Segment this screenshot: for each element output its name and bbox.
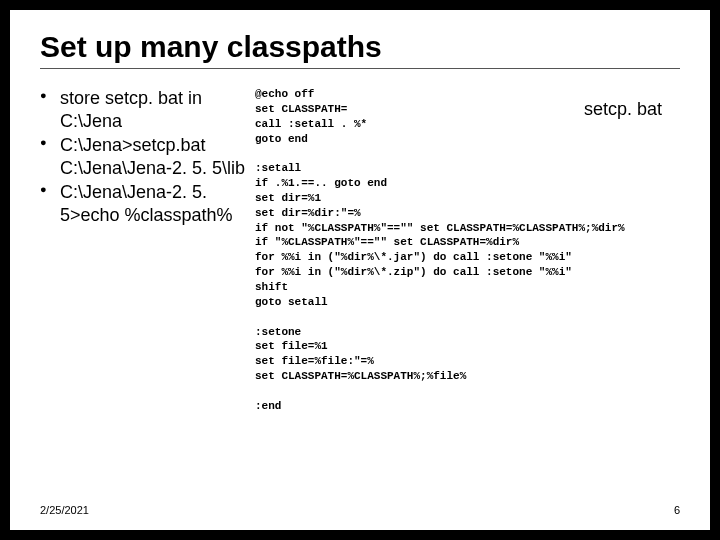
bullet-column: store setcp. bat in C:\Jena C:\Jena>setc… — [40, 87, 255, 414]
list-item: C:\Jena\Jena-2. 5. 5>echo %classpath% — [40, 181, 255, 226]
content-row: store setcp. bat in C:\Jena C:\Jena>setc… — [40, 87, 680, 414]
code-label: setcp. bat — [584, 99, 662, 120]
slide-title: Set up many classpaths — [40, 30, 680, 64]
footer-date: 2/25/2021 — [40, 504, 89, 516]
divider — [40, 68, 680, 69]
list-item: store setcp. bat in C:\Jena — [40, 87, 255, 132]
footer-page: 6 — [674, 504, 680, 516]
footer: 2/25/2021 6 — [40, 504, 680, 516]
code-block: @echo off set CLASSPATH= call :setall . … — [255, 87, 680, 414]
bullet-list: store setcp. bat in C:\Jena C:\Jena>setc… — [40, 87, 255, 226]
list-item: C:\Jena>setcp.bat C:\Jena\Jena-2. 5. 5\l… — [40, 134, 255, 179]
code-column: setcp. bat @echo off set CLASSPATH= call… — [255, 87, 680, 414]
slide: Set up many classpaths store setcp. bat … — [10, 10, 710, 530]
